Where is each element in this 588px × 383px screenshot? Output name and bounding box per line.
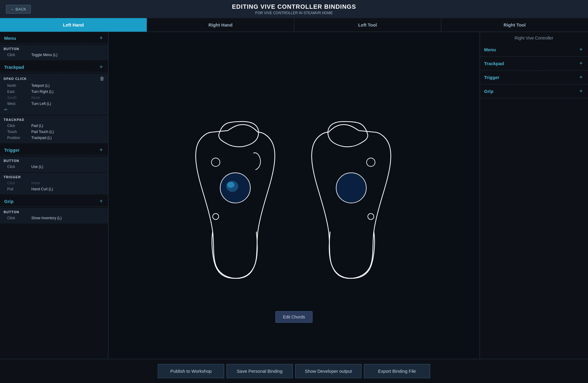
table-row: Click Use (L) (4, 164, 105, 170)
grip-add-button[interactable]: + (98, 198, 104, 204)
menu-button-group: BUTTON Click Toggle Menu (L) (0, 45, 108, 60)
binding-value: Teleport (L) (31, 84, 50, 88)
table-row: Click Show Inventory (L) (4, 215, 105, 221)
grip-button-group: BUTTON Click Show Inventory (L) (0, 208, 108, 223)
binding-key: South (7, 96, 31, 100)
binding-value: Show Inventory (L) (31, 216, 62, 220)
binding-value: Hand Curl (L) (31, 187, 53, 191)
left-controller (196, 122, 275, 278)
publish-button[interactable]: Publish to Workshop (158, 364, 224, 378)
binding-key: Touch (7, 130, 31, 134)
trigger-button-group: BUTTON Click Use (L) (0, 157, 108, 172)
right-trigger-add-button[interactable]: + (578, 74, 584, 81)
menu-button-header: BUTTON (4, 47, 105, 51)
edit-icon[interactable]: ✏ (4, 107, 105, 112)
controller-illustration (189, 108, 399, 283)
header-center: EDITING VIVE CONTROLLER BINDINGS FOR VIV… (6, 3, 582, 15)
right-grip-add-button[interactable]: + (578, 88, 584, 94)
dpad-click-type: DPAD CLICK (4, 77, 27, 81)
page-title: EDITING VIVE CONTROLLER BINDINGS (6, 3, 582, 10)
page-subtitle: FOR VIVE CONTROLLER IN STEAMVR HOME (6, 11, 582, 15)
grip-divider (0, 206, 108, 207)
binding-key: Click (7, 165, 31, 169)
right-panel-title: Right Vive Controller (480, 32, 588, 43)
footer: Publish to Workshop Save Personal Bindin… (0, 359, 588, 383)
binding-key: Click (7, 124, 31, 128)
right-trackpad-section: Trackpad + (480, 57, 588, 71)
trigger-button-header: BUTTON (4, 159, 105, 163)
right-menu-section: Menu + (480, 43, 588, 57)
dpad-delete-button[interactable]: 🗑 (100, 76, 105, 81)
trackpad-section-title: Trackpad (4, 65, 24, 70)
trackpad-group: TRACKPAD Click Pad (L) Touch Pad Touch (… (0, 116, 108, 143)
right-trackpad-add-button[interactable]: + (578, 60, 584, 67)
svg-point-7 (368, 214, 374, 220)
right-menu-add-button[interactable]: + (578, 46, 584, 53)
right-trackpad-row[interactable]: Trackpad + (480, 57, 588, 70)
table-row: Click Pad (L) (4, 123, 105, 129)
right-trackpad-label: Trackpad (484, 61, 504, 66)
export-binding-button[interactable]: Export Binding File (364, 364, 430, 378)
grip-section-header: Grip + (0, 195, 108, 206)
trackpad-add-button[interactable]: + (98, 64, 104, 70)
save-binding-button[interactable]: Save Personal Binding (227, 364, 293, 378)
back-button[interactable]: ← BACK (6, 5, 31, 14)
table-row: South None (4, 95, 105, 101)
trigger-button-type: BUTTON (4, 159, 19, 163)
developer-output-button[interactable]: Show Developer output (295, 364, 361, 378)
center-panel: Edit Chords (108, 32, 480, 359)
menu-button-type: BUTTON (4, 47, 19, 51)
binding-value: None (31, 181, 40, 185)
right-controller (312, 122, 391, 278)
tab-right-tool[interactable]: Right Tool (441, 18, 588, 32)
right-trigger-row[interactable]: Trigger + (480, 71, 588, 84)
binding-key: Click (7, 53, 31, 57)
menu-add-button[interactable]: + (98, 35, 104, 41)
dpad-click-header: DPAD CLICK 🗑 (4, 76, 105, 81)
right-trigger-label: Trigger (484, 75, 499, 80)
tab-left-tool[interactable]: Left Tool (294, 18, 441, 32)
right-menu-row[interactable]: Menu + (480, 43, 588, 56)
trigger-trigger-group: TRIGGER Click None Pull Hand Curl (L) (0, 173, 108, 195)
table-row: Click None (4, 180, 105, 186)
svg-point-4 (213, 214, 219, 220)
binding-value: Pad Touch (L) (31, 130, 54, 134)
binding-key: East (7, 90, 31, 94)
binding-value: Use (L) (31, 165, 43, 169)
left-panel: Menu + BUTTON Click Toggle Menu (L) Trac… (0, 32, 108, 359)
binding-value: Turn Right (L) (31, 90, 54, 94)
table-row: North Teleport (L) (4, 83, 105, 89)
svg-point-2 (227, 182, 234, 188)
trackpad-section-header: Trackpad + (0, 61, 108, 72)
menu-section-header: Menu + (0, 32, 108, 43)
table-row: West Turn Left (L) (4, 101, 105, 107)
trigger-add-button[interactable]: + (98, 147, 104, 153)
trigger-divider (0, 155, 108, 155)
binding-key: Click (7, 181, 31, 185)
right-grip-row[interactable]: Grip + (480, 84, 588, 98)
tab-left-hand[interactable]: Left Hand (0, 18, 147, 32)
svg-point-5 (336, 173, 366, 203)
trigger-trigger-header: TRIGGER (4, 175, 105, 179)
right-trigger-section: Trigger + (480, 71, 588, 84)
menu-divider (0, 43, 108, 43)
grip-button-header: BUTTON (4, 210, 105, 214)
trackpad-group-header: TRACKPAD (4, 118, 105, 122)
trigger-section-header: Trigger + (0, 144, 108, 155)
table-row: Position Trackpad (L) (4, 135, 105, 141)
table-row: East Turn Right (L) (4, 89, 105, 95)
right-menu-label: Menu (484, 47, 496, 52)
edit-chords-button[interactable]: Edit Chords (275, 311, 312, 323)
table-row: Pull Hand Curl (L) (4, 186, 105, 192)
binding-value: Pad (L) (31, 124, 43, 128)
binding-key: Position (7, 136, 31, 140)
header: ← BACK EDITING VIVE CONTROLLER BINDINGS … (0, 0, 588, 18)
binding-value: Trackpad (L) (31, 136, 52, 140)
grip-button-type: BUTTON (4, 210, 19, 214)
menu-section-title: Menu (4, 36, 16, 41)
trigger-section-title: Trigger (4, 147, 20, 153)
dpad-click-group: DPAD CLICK 🗑 North Teleport (L) East Tur… (0, 74, 108, 115)
tab-right-hand[interactable]: Right Hand (147, 18, 294, 32)
main-content: Menu + BUTTON Click Toggle Menu (L) Trac… (0, 32, 588, 359)
trackpad-divider (0, 72, 108, 72)
